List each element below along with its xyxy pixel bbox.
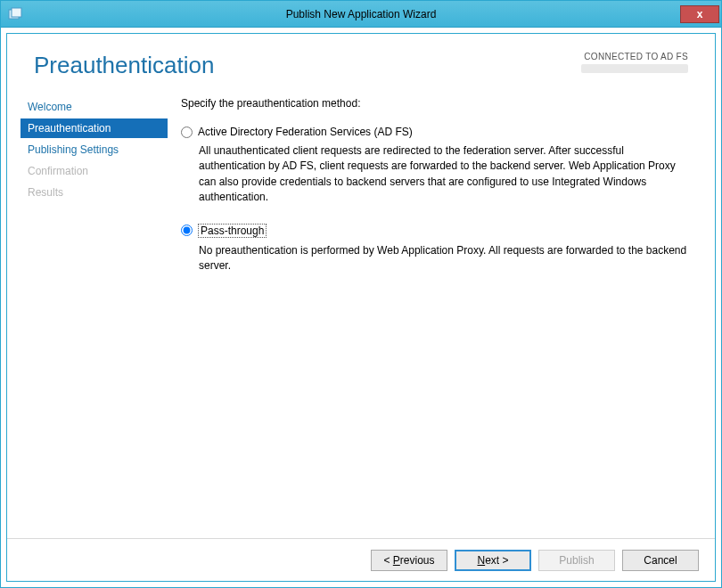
close-button[interactable]: x bbox=[680, 5, 719, 23]
connection-status: CONNECTED TO AD FS bbox=[581, 52, 688, 61]
svg-rect-1 bbox=[12, 8, 21, 17]
publish-button: Publish bbox=[538, 550, 615, 571]
close-icon: x bbox=[697, 8, 703, 20]
wizard-frame: Preauthentication CONNECTED TO AD FS Wel… bbox=[6, 33, 716, 582]
connection-status-block: CONNECTED TO AD FS bbox=[581, 52, 688, 73]
next-button[interactable]: Next > bbox=[455, 550, 531, 571]
radio-adfs-label: Active Directory Federation Services (AD… bbox=[198, 126, 413, 138]
window-title: Publish New Application Wizard bbox=[1, 8, 721, 20]
radio-adfs[interactable] bbox=[181, 127, 193, 138]
wizard-window: Publish New Application Wizard x Preauth… bbox=[0, 0, 722, 588]
previous-button[interactable]: < Previous bbox=[371, 550, 447, 571]
option-passthrough: Pass-through No preauthentication is per… bbox=[181, 224, 688, 274]
radio-passthrough-description: No preauthentication is performed by Web… bbox=[199, 243, 688, 274]
sidebar-item-confirmation: Confirmation bbox=[21, 161, 168, 181]
radio-adfs-row[interactable]: Active Directory Federation Services (AD… bbox=[181, 126, 688, 138]
sidebar-item-publishing-settings[interactable]: Publishing Settings bbox=[21, 140, 168, 159]
page-title: Preauthentication bbox=[34, 52, 214, 79]
radio-adfs-description: All unauthenticated client requests are … bbox=[199, 143, 688, 206]
header-row: Preauthentication CONNECTED TO AD FS bbox=[7, 34, 715, 88]
option-adfs: Active Directory Federation Services (AD… bbox=[181, 126, 688, 206]
cancel-button[interactable]: Cancel bbox=[622, 550, 699, 571]
content-area: Preauthentication CONNECTED TO AD FS Wel… bbox=[7, 34, 715, 538]
radio-passthrough[interactable] bbox=[181, 225, 193, 236]
connection-server-placeholder bbox=[581, 64, 688, 73]
body-row: Welcome Preauthentication Publishing Set… bbox=[7, 88, 715, 538]
radio-passthrough-row[interactable]: Pass-through bbox=[181, 224, 688, 238]
app-icon bbox=[8, 7, 22, 21]
sidebar-item-results: Results bbox=[21, 183, 168, 202]
button-bar: < Previous Next > Publish Cancel bbox=[7, 538, 715, 581]
sidebar-item-welcome[interactable]: Welcome bbox=[21, 97, 168, 117]
wizard-steps-sidebar: Welcome Preauthentication Publishing Set… bbox=[7, 88, 168, 538]
sidebar-item-preauthentication[interactable]: Preauthentication bbox=[21, 118, 168, 138]
radio-passthrough-label: Pass-through bbox=[198, 224, 267, 238]
main-panel: Specify the preauthentication method: Ac… bbox=[168, 88, 715, 538]
instruction-text: Specify the preauthentication method: bbox=[181, 97, 688, 110]
titlebar: Publish New Application Wizard x bbox=[1, 1, 721, 28]
